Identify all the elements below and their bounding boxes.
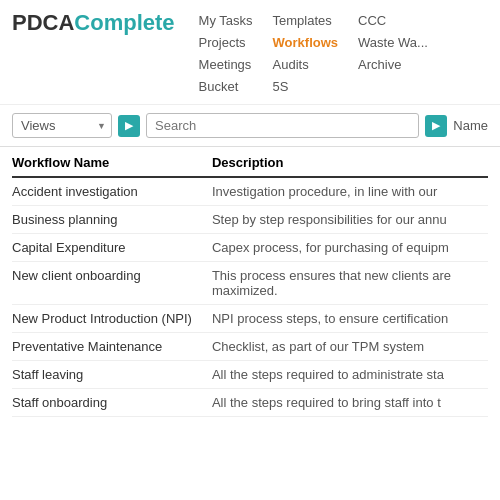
table-row[interactable]: Business planning Step by step responsib… xyxy=(12,206,488,234)
nav-workflows[interactable]: Workflows xyxy=(273,32,339,54)
workflow-description-cell: Investigation procedure, in line with ou… xyxy=(212,177,488,206)
col-header-description: Description xyxy=(212,147,488,177)
workflow-name-cell: New client onboarding xyxy=(12,262,212,305)
workflow-description-cell: All the steps required to bring staff in… xyxy=(212,389,488,417)
nav-projects[interactable]: Projects xyxy=(199,32,253,54)
workflow-description-cell: This process ensures that new clients ar… xyxy=(212,262,488,305)
workflow-name-cell: Capital Expenditure xyxy=(12,234,212,262)
nav-archive[interactable]: Archive xyxy=(358,54,428,76)
table-row[interactable]: Staff leaving All the steps required to … xyxy=(12,361,488,389)
views-play-button[interactable]: ▶ xyxy=(118,115,140,137)
nav-5s[interactable]: 5S xyxy=(273,76,339,98)
logo-pdca: PDCA xyxy=(12,10,74,35)
workflow-description-cell: Step by step responsibilities for our an… xyxy=(212,206,488,234)
table-row[interactable]: Preventative Maintenance Checklist, as p… xyxy=(12,333,488,361)
nav-meetings[interactable]: Meetings xyxy=(199,54,253,76)
nav-bucket[interactable]: Bucket xyxy=(199,76,253,98)
table-row[interactable]: Staff onboarding All the steps required … xyxy=(12,389,488,417)
nav-col-3: CCC Waste Wa... Archive xyxy=(358,10,428,98)
nav-waste[interactable]: Waste Wa... xyxy=(358,32,428,54)
workflows-table-container: Workflow Name Description Accident inves… xyxy=(0,147,500,417)
table-row[interactable]: Accident investigation Investigation pro… xyxy=(12,177,488,206)
search-input[interactable] xyxy=(146,113,419,138)
table-row[interactable]: Capital Expenditure Capex process, for p… xyxy=(12,234,488,262)
workflows-table: Workflow Name Description Accident inves… xyxy=(12,147,488,417)
views-wrapper: Views xyxy=(12,113,112,138)
nav: My Tasks Projects Meetings Bucket Templa… xyxy=(199,10,448,98)
nav-templates[interactable]: Templates xyxy=(273,10,339,32)
workflow-name-cell: Business planning xyxy=(12,206,212,234)
nav-col-2: Templates Workflows Audits 5S xyxy=(273,10,339,98)
header: PDCAComplete My Tasks Projects Meetings … xyxy=(0,0,500,105)
workflow-description-cell: Checklist, as part of our TPM system xyxy=(212,333,488,361)
workflow-name-cell: Preventative Maintenance xyxy=(12,333,212,361)
nav-my-tasks[interactable]: My Tasks xyxy=(199,10,253,32)
workflow-description-cell: NPI process steps, to ensure certificati… xyxy=(212,305,488,333)
workflow-name-cell: Accident investigation xyxy=(12,177,212,206)
table-header-row: Workflow Name Description xyxy=(12,147,488,177)
table-row[interactable]: New client onboarding This process ensur… xyxy=(12,262,488,305)
table-row[interactable]: New Product Introduction (NPI) NPI proce… xyxy=(12,305,488,333)
nav-ccc[interactable]: CCC xyxy=(358,10,428,32)
workflow-name-cell: New Product Introduction (NPI) xyxy=(12,305,212,333)
nav-audits[interactable]: Audits xyxy=(273,54,339,76)
name-label: Name xyxy=(453,118,488,133)
toolbar: Views ▶ ▶ Name xyxy=(0,105,500,147)
table-body: Accident investigation Investigation pro… xyxy=(12,177,488,417)
logo: PDCAComplete xyxy=(12,10,175,36)
logo-complete: Complete xyxy=(74,10,174,35)
col-header-name: Workflow Name xyxy=(12,147,212,177)
views-select[interactable]: Views xyxy=(12,113,112,138)
workflow-description-cell: Capex process, for purchasing of equipm xyxy=(212,234,488,262)
nav-col-1: My Tasks Projects Meetings Bucket xyxy=(199,10,253,98)
workflow-name-cell: Staff leaving xyxy=(12,361,212,389)
workflow-name-cell: Staff onboarding xyxy=(12,389,212,417)
workflow-description-cell: All the steps required to administrate s… xyxy=(212,361,488,389)
search-play-button[interactable]: ▶ xyxy=(425,115,447,137)
